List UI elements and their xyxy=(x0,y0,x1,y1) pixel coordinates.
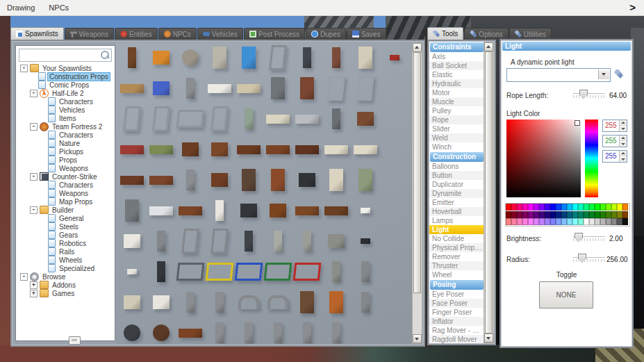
tool-item-duplicator[interactable]: Duplicator xyxy=(429,180,484,189)
tree-item-robotics[interactable]: Robotics xyxy=(17,239,113,247)
tool-item-winch[interactable]: Winch xyxy=(429,142,484,151)
palette-swatch[interactable] xyxy=(517,204,522,211)
prop-spawn-icon[interactable] xyxy=(292,134,322,165)
prop-spawn-icon[interactable] xyxy=(147,42,176,73)
resize-grip[interactable] xyxy=(69,336,81,345)
tab-dupes[interactable]: Dupes xyxy=(306,28,346,40)
prop-spawn-icon[interactable] xyxy=(234,226,263,256)
prop-spawn-icon[interactable] xyxy=(351,104,380,134)
tool-item-elastic[interactable]: Elastic xyxy=(429,70,484,79)
prop-spawn-icon[interactable] xyxy=(117,195,147,226)
prop-spawn-icon[interactable] xyxy=(117,318,147,344)
combo-dropdown-button[interactable] xyxy=(598,69,609,79)
palette-swatch[interactable] xyxy=(534,218,539,225)
prop-spawn-icon[interactable] xyxy=(147,287,176,318)
tool-item-ball-socket[interactable]: Ball Socket xyxy=(429,61,484,70)
prop-spawn-icon[interactable] xyxy=(292,287,322,318)
palette-swatch[interactable] xyxy=(600,211,606,218)
scroll-up-button[interactable] xyxy=(413,43,422,52)
collapse-icon[interactable]: - xyxy=(30,173,38,181)
palette-swatch[interactable] xyxy=(534,211,539,218)
palette-swatch[interactable] xyxy=(589,218,595,225)
palette-swatch[interactable] xyxy=(561,204,567,211)
prop-spawn-icon[interactable] xyxy=(351,73,380,104)
palette-swatch[interactable] xyxy=(617,204,622,211)
spin-down-button[interactable] xyxy=(620,142,627,147)
palette-swatch[interactable] xyxy=(567,204,572,211)
prop-spawn-icon[interactable] xyxy=(176,42,205,73)
prop-spawn-icon[interactable] xyxy=(205,42,234,73)
prop-spawn-icon[interactable] xyxy=(351,42,380,73)
tree-item-weapons[interactable]: Weapons xyxy=(17,189,113,197)
prop-spawn-icon[interactable] xyxy=(263,318,292,344)
scroll-up-button[interactable] xyxy=(484,42,493,51)
tool-item-hydraulic[interactable]: Hydraulic xyxy=(429,79,484,88)
prop-spawn-icon[interactable] xyxy=(117,226,147,256)
tool-item-face-poser[interactable]: Face Poser xyxy=(429,299,484,308)
tree-item-wheels[interactable]: Wheels xyxy=(17,256,113,264)
palette-swatch[interactable] xyxy=(595,211,600,218)
tool-item-eye-poser[interactable]: Eye Poser xyxy=(429,290,484,299)
tree-item-construction-props[interactable]: Construction Props xyxy=(17,72,113,81)
spin-up-button[interactable] xyxy=(620,151,627,156)
toggle-none-button[interactable]: NONE xyxy=(539,281,593,308)
tree-item-vehicles[interactable]: Vehicles xyxy=(17,106,113,114)
preset-combobox[interactable] xyxy=(506,68,611,82)
prop-spawn-icon[interactable] xyxy=(234,256,263,287)
palette-swatch[interactable] xyxy=(511,211,517,218)
tree-item-addons[interactable]: +Addons xyxy=(17,281,113,289)
preset-wrench-icon[interactable] xyxy=(614,69,623,79)
prop-spawn-icon[interactable] xyxy=(205,256,234,287)
palette-swatch[interactable] xyxy=(617,211,622,218)
palette-swatch[interactable] xyxy=(506,204,511,211)
tab-vehicles[interactable]: Vehicles xyxy=(197,28,243,40)
palette-swatch[interactable] xyxy=(589,204,595,211)
tool-item-finger-poser[interactable]: Finger Poser xyxy=(429,308,484,317)
palette-swatch[interactable] xyxy=(600,204,606,211)
tree-item-games[interactable]: +Games xyxy=(17,289,113,297)
palette-swatch[interactable] xyxy=(528,218,534,225)
tool-item-button[interactable]: Button xyxy=(429,171,484,180)
search-icon[interactable] xyxy=(101,51,109,59)
tool-item-wheel[interactable]: Wheel xyxy=(429,270,484,279)
color-saturation-picker[interactable] xyxy=(506,120,581,197)
prop-spawn-icon[interactable] xyxy=(292,195,322,226)
prop-spawn-icon[interactable] xyxy=(351,226,380,256)
tool-item-rag-mover-d-ch-[interactable]: Rag Mover - D: Ch... xyxy=(429,326,484,335)
prop-spawn-icon[interactable] xyxy=(234,104,263,134)
prop-spawn-icon[interactable] xyxy=(234,287,263,318)
collapse-icon[interactable]: - xyxy=(30,90,38,97)
palette-swatch[interactable] xyxy=(611,218,617,225)
tool-item-ragdoll-mover[interactable]: Ragdoll Mover xyxy=(429,335,484,343)
palette-swatch[interactable] xyxy=(584,218,589,225)
prop-spawn-icon[interactable] xyxy=(234,134,263,165)
prop-spawn-icon[interactable] xyxy=(147,165,176,195)
tree-item-general[interactable]: General xyxy=(17,214,113,222)
palette-swatch[interactable] xyxy=(567,211,572,218)
tab-entities[interactable]: Entities xyxy=(115,28,158,40)
tree-item-rails[interactable]: Rails xyxy=(17,247,113,256)
palette-swatch[interactable] xyxy=(606,211,611,218)
palette-swatch[interactable] xyxy=(622,204,628,211)
palette-swatch[interactable] xyxy=(556,218,561,225)
tool-item-light[interactable]: Light xyxy=(429,225,484,234)
tool-item-pulley[interactable]: Pulley xyxy=(429,106,484,115)
spin-down-button[interactable] xyxy=(620,126,627,131)
collapse-icon[interactable]: - xyxy=(20,65,28,72)
prop-spawn-icon[interactable] xyxy=(205,165,234,195)
tool-item-hoverball[interactable]: Hoverball xyxy=(429,207,484,216)
prop-spawn-icon[interactable] xyxy=(176,287,205,318)
prop-spawn-icon[interactable] xyxy=(263,226,292,256)
tree-item-map-props[interactable]: Map Props xyxy=(17,197,113,206)
green-spinbox[interactable]: 255 xyxy=(602,135,627,147)
prop-spawn-icon[interactable] xyxy=(380,42,409,73)
prop-spawn-icon[interactable] xyxy=(117,256,147,287)
prop-spawn-icon[interactable] xyxy=(117,73,147,104)
prop-spawn-icon[interactable] xyxy=(322,256,351,287)
palette-swatch[interactable] xyxy=(622,218,628,225)
prop-spawn-icon[interactable] xyxy=(147,134,176,165)
palette-swatch[interactable] xyxy=(517,211,522,218)
prop-spawn-icon[interactable] xyxy=(322,195,351,226)
scroll-down-button[interactable] xyxy=(484,334,493,343)
palette-swatch[interactable] xyxy=(561,218,567,225)
